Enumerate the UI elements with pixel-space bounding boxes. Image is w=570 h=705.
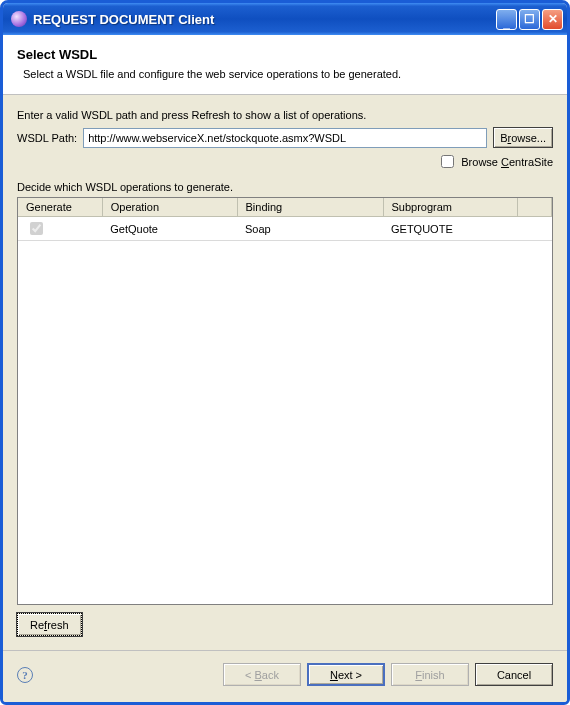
wizard-title: Select WSDL [17,47,553,62]
operations-table: Generate Operation Binding Subprogram Ge… [18,198,552,241]
close-button[interactable]: ✕ [542,9,563,30]
decide-label: Decide which WSDL operations to generate… [17,181,553,193]
generate-checkbox[interactable] [30,222,43,235]
centrasite-row: Browse CentraSite [17,152,553,171]
operations-table-container: Generate Operation Binding Subprogram Ge… [17,197,553,605]
title-bar: REQUEST DOCUMENT Client _ ☐ ✕ [3,3,567,35]
table-header-row: Generate Operation Binding Subprogram [18,198,552,217]
wizard-content: Enter a valid WSDL path and press Refres… [3,95,567,650]
col-subprogram[interactable]: Subprogram [383,198,518,217]
wizard-description: Select a WSDL file and configure the web… [23,68,553,80]
wsdl-path-label: WSDL Path: [17,132,77,144]
wizard-header: Select WSDL Select a WSDL file and confi… [3,35,567,95]
window-title: REQUEST DOCUMENT Client [33,12,496,27]
wizard-footer: ? < Back Next > Finish Cancel [3,650,567,702]
help-icon[interactable]: ? [17,667,33,683]
refresh-button[interactable]: Refresh [17,613,82,636]
refresh-row: Refresh [17,613,553,636]
next-button[interactable]: Next > [307,663,385,686]
maximize-button[interactable]: ☐ [519,9,540,30]
browse-button[interactable]: Browse... [493,127,553,148]
col-operation[interactable]: Operation [102,198,237,217]
dialog-window: REQUEST DOCUMENT Client _ ☐ ✕ Select WSD… [0,0,570,705]
col-extra [518,198,552,217]
back-button: < Back [223,663,301,686]
wizard-buttons: < Back Next > Finish Cancel [223,663,553,686]
browse-centrasite-label[interactable]: Browse CentraSite [461,156,553,168]
table-row[interactable]: GetQuote Soap GETQUOTE [18,217,552,241]
cell-operation: GetQuote [102,217,237,241]
col-generate[interactable]: Generate [18,198,102,217]
minimize-button[interactable]: _ [496,9,517,30]
instruction-text: Enter a valid WSDL path and press Refres… [17,109,553,121]
cancel-button[interactable]: Cancel [475,663,553,686]
col-binding[interactable]: Binding [237,198,383,217]
wsdl-path-row: WSDL Path: Browse... [17,127,553,148]
browse-centrasite-checkbox[interactable] [441,155,454,168]
cell-subprogram: GETQUOTE [383,217,518,241]
window-control-buttons: _ ☐ ✕ [496,9,563,30]
eclipse-icon [11,11,27,27]
finish-button: Finish [391,663,469,686]
cell-generate[interactable] [18,217,102,241]
wsdl-path-input[interactable] [83,128,487,148]
cell-binding: Soap [237,217,383,241]
